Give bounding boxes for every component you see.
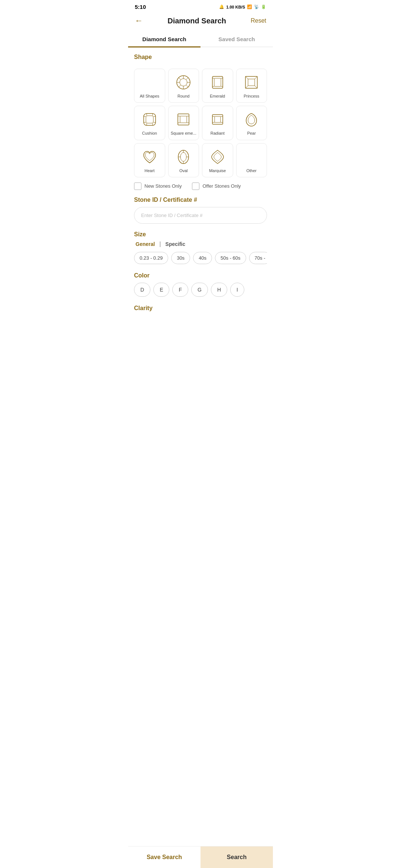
square-emerald-icon [175,111,192,128]
tab-saved-search[interactable]: Saved Search [200,31,273,47]
size-title: Size [134,231,267,238]
size-section: Size General | Specific 0.23 - 0.29 30s … [128,228,273,269]
shape-square-emerald[interactable]: Square eme... [168,106,199,140]
shape-oval[interactable]: Oval [168,143,199,177]
svg-rect-39 [215,116,221,122]
stone-id-section: Stone ID / Certificate # [128,195,273,228]
shape-cushion-label: Cushion [142,131,157,136]
offer-stones-box[interactable] [192,183,199,190]
svg-line-9 [179,85,181,87]
shape-radiant[interactable]: Radiant [202,106,233,140]
stone-id-title: Stone ID / Certificate # [134,197,267,203]
svg-rect-11 [214,78,221,86]
size-tabs: General | Specific [134,241,267,247]
signal-icon: 📡 [254,4,259,9]
size-chip-4[interactable]: 70s - [249,252,267,264]
color-chip-e[interactable]: E [153,283,169,297]
all-shapes-icon [141,73,159,91]
clarity-title: Clarity [134,305,267,312]
shape-heart[interactable]: Heart [134,143,165,177]
stone-id-input[interactable] [134,207,267,224]
color-chip-f[interactable]: F [172,283,188,297]
svg-line-8 [186,78,189,80]
size-chip-1[interactable]: 30s [171,252,190,264]
round-icon [175,73,192,91]
color-chip-d[interactable]: D [134,283,150,297]
wifi-icon: 📶 [247,4,252,9]
size-tab-general[interactable]: General [134,241,156,247]
size-tab-specific[interactable]: Specific [164,241,187,247]
shape-pear-label: Pear [247,131,256,136]
shape-title: Shape [134,54,267,60]
shape-round[interactable]: Round [168,69,199,103]
shape-heart-label: Heart [144,168,154,173]
shape-round-label: Round [177,93,189,99]
shape-all-label: All Shapes [140,93,159,99]
new-stones-box[interactable] [134,183,141,190]
back-button[interactable]: ← [135,16,143,26]
svg-line-6 [179,78,181,80]
size-chip-3[interactable]: 50s - 60s [215,252,246,264]
princess-icon [242,73,260,91]
heart-icon [141,148,159,166]
status-bar: 5:10 🔔 1.00 KB/S 📶 📡 🔋 [128,0,273,12]
size-chip-2[interactable]: 40s [193,252,212,264]
offer-stones-label: Offer Stones Only [202,183,241,189]
notification-icon: 🔔 [219,4,224,9]
svg-rect-23 [146,116,153,123]
shape-grid: All Shapes Round [128,69,273,177]
marquise-icon [209,148,226,166]
status-icons: 🔔 1.00 KB/S 📶 📡 🔋 [219,4,266,9]
emerald-icon [209,73,226,91]
shape-marquise-label: Marquise [209,168,226,173]
shape-square-emerald-label: Square eme... [171,131,196,136]
svg-rect-38 [212,115,223,124]
shape-pear[interactable]: Pear [236,106,267,140]
size-chip-0[interactable]: 0.23 - 0.29 [134,252,168,264]
svg-line-20 [245,86,248,88]
svg-point-45 [180,152,186,161]
page-title: Diamond Search [167,17,226,25]
shape-cushion[interactable]: Cushion [134,106,165,140]
color-chip-h[interactable]: H [211,283,227,297]
size-chips: 0.23 - 0.29 30s 40s 50s - 60s 70s - [134,252,267,266]
svg-rect-33 [180,116,187,123]
color-title: Color [134,272,267,279]
shape-other-label: Other [246,168,257,173]
shape-princess[interactable]: Princess [236,69,267,103]
svg-line-19 [255,76,257,79]
shape-section: Shape [128,47,273,69]
svg-line-21 [255,86,257,88]
tab-bar: Diamond Search Saved Search [128,31,273,47]
tab-diamond-search[interactable]: Diamond Search [128,31,200,47]
oval-icon [175,148,192,166]
status-time: 5:10 [135,4,146,10]
battery-icon: 🔋 [261,4,266,9]
reset-button[interactable]: Reset [251,17,266,24]
checkbox-row: New Stones Only Offer Stones Only [128,177,273,195]
color-chip-i[interactable]: I [230,283,244,297]
header: ← Diamond Search Reset [128,12,273,31]
size-tab-divider: | [159,241,161,247]
shape-marquise[interactable]: Marquise [202,143,233,177]
shape-all[interactable]: All Shapes [134,69,165,103]
svg-rect-32 [178,114,189,125]
shape-emerald[interactable]: Emerald [202,69,233,103]
cushion-icon [141,111,159,128]
shape-emerald-label: Emerald [210,93,225,99]
new-stones-label: New Stones Only [144,183,182,189]
svg-line-7 [186,85,189,87]
svg-rect-17 [248,79,255,86]
offer-stones-checkbox[interactable]: Offer Stones Only [192,183,241,190]
color-section: Color D E F G H I [128,269,273,302]
clarity-section: Clarity [128,302,273,345]
pear-icon [242,111,260,128]
shape-princess-label: Princess [244,93,259,99]
new-stones-checkbox[interactable]: New Stones Only [134,183,182,190]
color-chips: D E F G H I [134,283,267,298]
shape-other[interactable]: Other [236,143,267,177]
speed-label: 1.00 KB/S [226,5,245,9]
svg-line-18 [245,76,248,79]
svg-rect-22 [144,114,156,125]
color-chip-g[interactable]: G [191,283,208,297]
